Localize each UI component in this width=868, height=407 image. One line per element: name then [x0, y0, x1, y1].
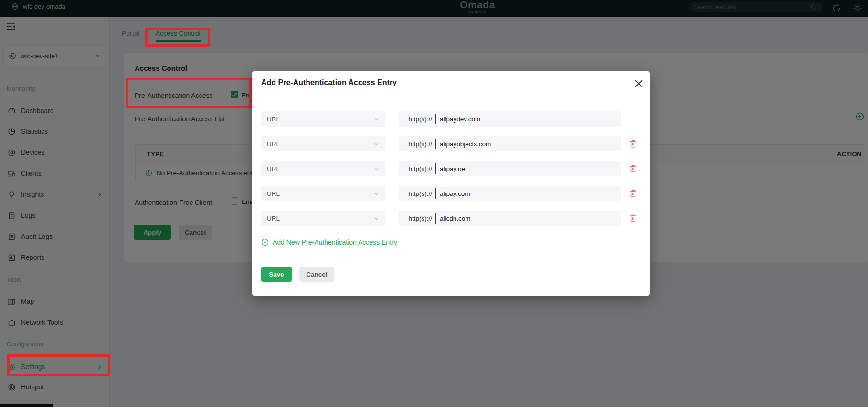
entry-url-input[interactable]: http(s):// alicdn.com [399, 211, 621, 226]
dialog-title: Add Pre-Authentication Access Entry [261, 78, 397, 87]
dialog-cancel-button[interactable]: Cancel [299, 267, 334, 282]
entry-row: URL http(s):// alipay.net [261, 161, 641, 176]
chevron-down-icon [373, 116, 380, 122]
entry-row: URL http(s):// alicdn.com [261, 211, 641, 226]
add-new-entry-link[interactable]: Add New Pre-Authentication Access Entry [261, 238, 397, 246]
input-caret-divider [435, 188, 436, 199]
annotation-box-access-control-tab [145, 28, 210, 47]
entry-type-select[interactable]: URL [261, 136, 385, 151]
entry-type-select[interactable]: URL [261, 161, 385, 176]
input-caret-divider [435, 139, 436, 149]
add-new-entry-label: Add New Pre-Authentication Access Entry [273, 238, 397, 246]
input-caret-divider [435, 114, 436, 124]
entry-type-select[interactable]: URL [261, 211, 385, 226]
entry-type-select[interactable]: URL [261, 186, 385, 201]
chevron-down-icon [373, 215, 380, 222]
chevron-down-icon [373, 191, 380, 197]
entry-url-input[interactable]: http(s):// alipay.com [399, 186, 621, 201]
close-icon[interactable] [634, 79, 644, 88]
input-caret-divider [435, 163, 436, 174]
add-icon [261, 238, 269, 246]
delete-icon[interactable] [629, 139, 637, 148]
omada-app: wfc-dev-omada Omada by tp-link Search fe… [0, 0, 868, 407]
entry-url-input[interactable]: http(s):// alipaydev.com [399, 111, 621, 127]
annotation-box-settings [7, 354, 110, 376]
delete-icon[interactable] [629, 164, 637, 173]
annotation-box-pre-auth-access [126, 78, 252, 108]
entry-row: URL http(s):// alipay.com [261, 186, 641, 201]
input-caret-divider [435, 213, 436, 224]
entry-url-input[interactable]: http(s):// alipayobjects.com [399, 136, 621, 151]
add-pre-auth-entry-dialog: Add Pre-Authentication Access Entry URL … [252, 71, 650, 296]
entry-type-select[interactable]: URL [261, 111, 385, 127]
chevron-down-icon [373, 141, 380, 147]
save-button[interactable]: Save [261, 267, 292, 282]
entry-url-input[interactable]: http(s):// alipay.net [399, 161, 621, 176]
delete-icon[interactable] [629, 189, 637, 198]
delete-icon[interactable] [629, 214, 637, 223]
chevron-down-icon [373, 166, 380, 172]
entry-row: URL http(s):// alipayobjects.com [261, 136, 641, 151]
entry-row: URL http(s):// alipaydev.com [261, 111, 641, 127]
